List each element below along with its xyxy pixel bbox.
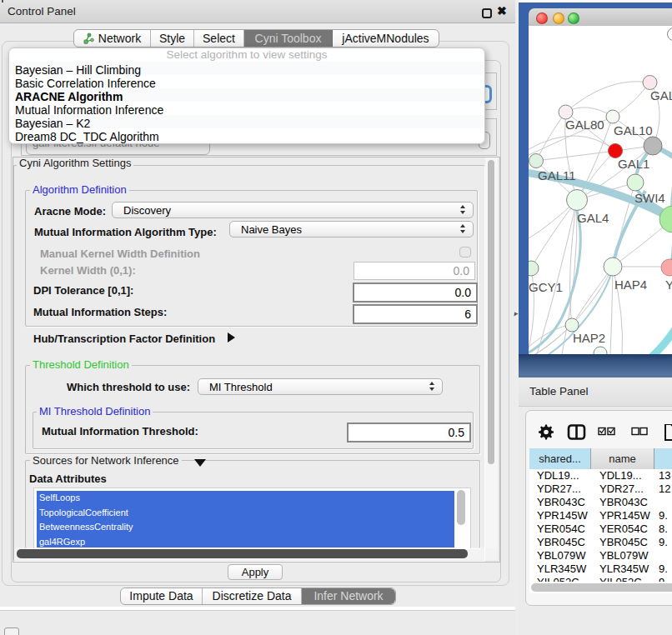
svg-text:GAL7: GAL7 bbox=[650, 88, 672, 102]
svg-text:GAL11: GAL11 bbox=[538, 168, 576, 182]
svg-text:HAP2: HAP2 bbox=[573, 331, 605, 345]
svg-text:YM: YM bbox=[665, 278, 672, 292]
svg-text:GAL1: GAL1 bbox=[618, 157, 649, 171]
svg-text:GAL10: GAL10 bbox=[614, 123, 653, 138]
svg-text:SWI4: SWI4 bbox=[634, 191, 665, 205]
svg-text:GCY1: GCY1 bbox=[529, 280, 563, 294]
svg-text:HAP4: HAP4 bbox=[614, 278, 647, 292]
svg-text:GAL80: GAL80 bbox=[565, 118, 604, 132]
svg-text:GAL4: GAL4 bbox=[577, 211, 609, 225]
